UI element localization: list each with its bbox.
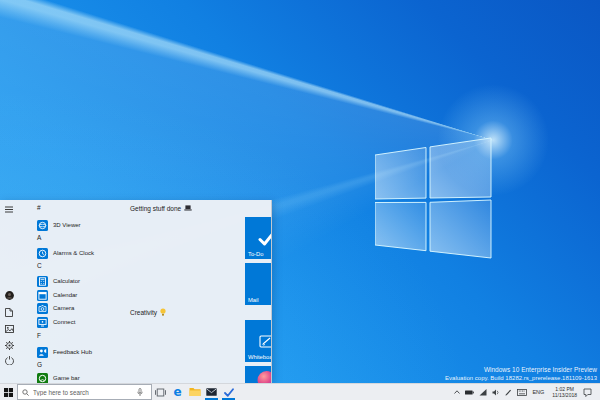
user-avatar-icon [5, 291, 14, 300]
tile-todo[interactable]: To-Do [245, 217, 272, 259]
task-view-icon [155, 388, 166, 397]
pictures-icon [5, 325, 14, 333]
hidden-icons-button[interactable] [451, 384, 462, 400]
3d-viewer-icon [37, 220, 48, 231]
taskbar-search[interactable] [17, 384, 152, 400]
tile-group-header-1[interactable]: Getting stuff done [130, 203, 192, 213]
pen-button[interactable] [503, 384, 514, 400]
start-tiles-panel: Getting stuff done To-Do !Catching up ov… [120, 200, 272, 383]
touch-keyboard-button[interactable] [516, 384, 527, 400]
app-list-section-header[interactable]: G [37, 359, 42, 370]
microphone-icon[interactable] [137, 388, 143, 397]
action-center-icon [583, 388, 592, 397]
game-bar-icon [37, 373, 48, 384]
app-list-section-header[interactable]: C [37, 260, 42, 271]
file-explorer-button[interactable] [186, 384, 203, 400]
tile-group-header-2[interactable]: Creativity [130, 307, 166, 317]
app-list-item-connect[interactable]: Connect [37, 316, 75, 328]
app-list-item-calendar[interactable]: Calendar [37, 289, 77, 301]
battery-button[interactable] [464, 384, 475, 400]
action-center-button[interactable] [582, 384, 593, 400]
tray-date: 11/13/2018 [552, 392, 577, 398]
todo-button[interactable] [220, 384, 237, 400]
documents-button[interactable] [4, 307, 14, 317]
language-indicator[interactable]: ENG [529, 389, 547, 395]
app-list-section-header[interactable]: F [37, 330, 41, 341]
todo-check-icon [224, 388, 234, 397]
volume-button[interactable] [490, 384, 501, 400]
desktop[interactable]: Windows 10 Enterprise Insider Preview Ev… [0, 0, 600, 400]
watermark-line2: Evaluation copy. Build 18282.rs_prerelea… [445, 375, 597, 383]
start-menu: # 3D Viewer A Alarms & Clock C Calculato… [0, 200, 272, 383]
taskbar: e ENG 1:02 PM 11/13/2018 [0, 383, 600, 400]
app-list-item-3d-viewer[interactable]: 3D Viewer [37, 219, 81, 231]
app-list-item-alarms-clock[interactable]: Alarms & Clock [37, 247, 94, 259]
app-list-item-camera[interactable]: Camera [37, 302, 74, 314]
connect-icon [37, 317, 48, 328]
search-icon [22, 389, 29, 396]
app-list-item-calculator[interactable]: Calculator [37, 275, 80, 287]
app-list-item-game-bar[interactable]: Game bar [37, 372, 80, 383]
expand-menu-button[interactable] [4, 204, 14, 214]
app-list-section-header[interactable]: # [37, 202, 41, 213]
pictures-button[interactable] [4, 324, 14, 334]
network-button[interactable] [477, 384, 488, 400]
battery-icon [465, 390, 474, 395]
task-view-button[interactable] [152, 384, 169, 400]
paint3d-balloon-icon [245, 366, 272, 383]
settings-button[interactable] [4, 340, 14, 350]
hamburger-icon [5, 206, 13, 213]
edge-button[interactable]: e [169, 384, 186, 400]
windows-logo-wallpaper [375, 136, 495, 260]
network-icon [479, 389, 487, 396]
power-button[interactable] [4, 355, 14, 365]
start-app-list: # 3D Viewer A Alarms & Clock C Calculato… [17, 200, 120, 383]
clock[interactable]: 1:02 PM 11/13/2018 [549, 386, 580, 399]
tile-mail[interactable]: Mail [245, 263, 272, 305]
laptop-icon [184, 205, 192, 211]
tile-paint3d[interactable] [245, 366, 272, 383]
camera-icon [37, 303, 48, 314]
mail-icon [206, 388, 217, 396]
chevron-up-icon [454, 390, 460, 394]
user-account-button[interactable] [4, 290, 14, 300]
whiteboard-icon [259, 335, 272, 348]
alarms-clock-icon [37, 248, 48, 259]
app-list-item-feedback-hub[interactable]: Feedback Hub [37, 346, 92, 358]
gear-icon [5, 341, 14, 350]
pen-icon [505, 389, 512, 396]
file-explorer-icon [189, 387, 201, 397]
todo-check-icon [258, 231, 272, 246]
edge-icon: e [173, 386, 181, 398]
feedback-hub-icon [37, 347, 48, 358]
insider-watermark: Windows 10 Enterprise Insider Preview Ev… [445, 366, 597, 382]
lightbulb-icon [160, 308, 166, 316]
start-button[interactable] [0, 384, 17, 400]
start-rail [0, 200, 17, 383]
calculator-icon [37, 276, 48, 287]
speaker-icon [492, 389, 500, 396]
watermark-line1: Windows 10 Enterprise Insider Preview [445, 366, 597, 374]
windows-start-icon [4, 388, 13, 397]
documents-icon [5, 308, 13, 317]
taskbar-empty-area [237, 384, 451, 400]
system-tray: ENG 1:02 PM 11/13/2018 [451, 384, 600, 400]
app-list-section-header[interactable]: A [37, 232, 41, 243]
tray-time: 1:02 PM [555, 386, 574, 392]
calendar-icon [37, 290, 48, 301]
search-input[interactable] [33, 389, 133, 396]
mail-button[interactable] [203, 384, 220, 400]
keyboard-icon [517, 389, 527, 396]
power-icon [5, 356, 14, 365]
tile-whiteboard[interactable]: Whiteboard [245, 320, 272, 362]
